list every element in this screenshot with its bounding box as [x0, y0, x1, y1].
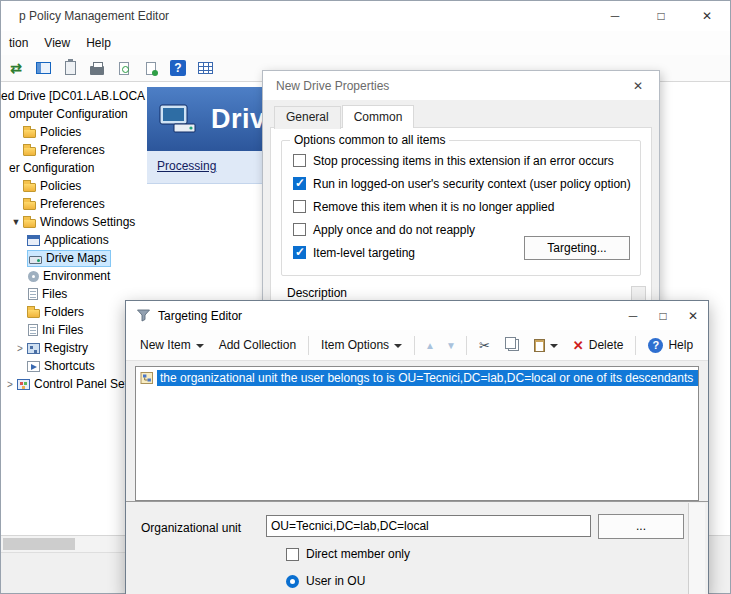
- checkbox[interactable]: [293, 154, 306, 167]
- tree-item-root[interactable]: ed Drive [DC01.LAB.LOCA: [1, 87, 146, 105]
- new-item-button[interactable]: New Item: [134, 335, 210, 355]
- print-icon[interactable]: [87, 58, 107, 78]
- drive-icon: [29, 256, 42, 264]
- tab-common[interactable]: Common: [342, 105, 415, 128]
- close-icon[interactable]: ✕: [684, 1, 730, 31]
- minimize-icon[interactable]: ─: [618, 301, 648, 330]
- checkbox[interactable]: [286, 548, 299, 561]
- targeting-toolbar: New Item Add Collection Item Options ▲ ▼…: [126, 330, 708, 361]
- targeting-rules-list[interactable]: the organizational unit the user belongs…: [135, 366, 699, 501]
- tree-item-label: Control Panel Sett: [34, 377, 131, 391]
- menu-action[interactable]: tion: [1, 32, 36, 54]
- tree-item-user-configuration[interactable]: er Configuration: [1, 159, 146, 177]
- organizational-unit-label: Organizational unit: [141, 521, 241, 535]
- move-up-icon[interactable]: ▲: [421, 338, 439, 353]
- tree-item-label: Shortcuts: [44, 359, 95, 373]
- move-down-icon[interactable]: ▼: [442, 338, 460, 353]
- folder-icon: [23, 183, 36, 192]
- folder-icon: [27, 309, 40, 318]
- maximize-icon[interactable]: □: [648, 301, 678, 330]
- close-icon[interactable]: ✕: [678, 301, 708, 330]
- common-tab-panel: Options common to all items Stop process…: [270, 127, 652, 305]
- targeting-rule-row[interactable]: the organizational unit the user belongs…: [136, 369, 698, 387]
- tree-item-applications[interactable]: Applications: [1, 231, 146, 249]
- tree-item-label: er Configuration: [9, 161, 94, 175]
- tree-item-computer-configuration[interactable]: omputer Configuration: [1, 105, 146, 123]
- checkbox[interactable]: [293, 200, 306, 213]
- chevron-down-icon[interactable]: ▼: [9, 217, 23, 227]
- help-button[interactable]: ? Help: [642, 335, 699, 356]
- scrollbar-thumb[interactable]: [3, 538, 75, 550]
- shortcuts-icon: [27, 361, 40, 372]
- item-options-button[interactable]: Item Options: [315, 335, 408, 355]
- radio-selected[interactable]: [286, 575, 299, 588]
- copy-icon: [508, 339, 519, 351]
- option-remove-when-no-longer-applied[interactable]: Remove this item when it is no longer ap…: [282, 195, 640, 218]
- tab-general[interactable]: General: [274, 106, 341, 129]
- tree-item-label: Policies: [40, 125, 81, 139]
- delete-button[interactable]: ✕ Delete: [567, 335, 630, 356]
- tree-item-windows-settings[interactable]: ▼Windows Settings: [1, 213, 146, 231]
- button-label: Item Options: [321, 338, 389, 352]
- option-run-in-user-context[interactable]: Run in logged-on user's security context…: [282, 172, 640, 195]
- tree-item-label: Files: [42, 287, 67, 301]
- export-doc-icon[interactable]: [141, 58, 161, 78]
- description-label: Description: [287, 286, 347, 300]
- list-view-icon[interactable]: [195, 58, 215, 78]
- tree-item-drive-maps[interactable]: Drive Maps: [1, 249, 146, 267]
- maximize-icon[interactable]: □: [638, 1, 684, 31]
- button-label: Add Collection: [219, 338, 296, 352]
- minimize-icon[interactable]: ─: [592, 1, 638, 31]
- applications-icon: [27, 235, 40, 246]
- delete-x-icon: ✕: [573, 338, 584, 353]
- menu-help[interactable]: Help: [78, 32, 119, 54]
- tree-item-policies[interactable]: Policies: [1, 177, 146, 195]
- add-collection-button[interactable]: Add Collection: [213, 335, 302, 355]
- vertical-scrollbar[interactable]: [688, 503, 705, 594]
- tree-item-preferences[interactable]: Preferences: [1, 141, 146, 159]
- chevron-down-icon: [550, 344, 558, 348]
- user-in-ou-radio[interactable]: User in OU: [286, 574, 365, 588]
- option-label: Run in logged-on user's security context…: [313, 177, 631, 191]
- help-icon[interactable]: ?: [168, 58, 188, 78]
- tree-item-label: Registry: [44, 341, 88, 355]
- radio-label: User in OU: [306, 574, 365, 588]
- paste-button[interactable]: [528, 336, 564, 355]
- browse-button[interactable]: ...: [598, 514, 684, 539]
- folder-icon: [23, 147, 36, 156]
- back-forward-icon[interactable]: ⇄: [6, 58, 26, 78]
- menu-view[interactable]: View: [36, 32, 78, 54]
- direct-member-only-checkbox[interactable]: Direct member only: [286, 547, 410, 561]
- clipboard-icon[interactable]: [60, 58, 80, 78]
- checkbox-checked[interactable]: [293, 177, 306, 190]
- refresh-doc-icon[interactable]: [114, 58, 134, 78]
- cut-button[interactable]: ✂: [473, 335, 496, 356]
- tree-item-label: ed Drive [DC01.LAB.LOCA: [1, 89, 145, 103]
- tree-item-preferences[interactable]: Preferences: [1, 195, 146, 213]
- console-tree-icon[interactable]: [33, 58, 53, 78]
- tree-item-policies[interactable]: Policies: [1, 123, 146, 141]
- button-label: Help: [668, 338, 693, 352]
- option-stop-processing[interactable]: Stop processing items in this extension …: [282, 149, 640, 172]
- chevron-right-icon[interactable]: >: [13, 343, 27, 354]
- tree-item-environment[interactable]: Environment: [1, 267, 146, 285]
- checkbox-label: Direct member only: [306, 547, 410, 561]
- checkbox-checked[interactable]: [293, 246, 306, 259]
- checkbox[interactable]: [293, 223, 306, 236]
- copy-button[interactable]: [499, 336, 525, 354]
- close-icon[interactable]: ✕: [617, 71, 659, 100]
- control-panel-icon: [17, 379, 30, 390]
- chevron-right-icon[interactable]: >: [3, 379, 17, 390]
- tree-item-label: Applications: [44, 233, 109, 247]
- dialog-title: Targeting Editor: [158, 309, 242, 323]
- targeting-button[interactable]: Targeting...: [524, 236, 630, 260]
- option-label: Stop processing items in this extension …: [313, 154, 614, 168]
- menu-bar: tion View Help: [1, 31, 730, 55]
- tree-item-label: Preferences: [40, 143, 105, 157]
- targeting-editor-dialog: Targeting Editor ─ □ ✕ New Item Add Coll…: [125, 300, 709, 594]
- organizational-unit-input[interactable]: [266, 515, 591, 537]
- folder-icon: [23, 201, 36, 210]
- folder-icon: [23, 129, 36, 138]
- toolbar-separator: [414, 336, 415, 355]
- processing-link[interactable]: Processing: [157, 159, 216, 173]
